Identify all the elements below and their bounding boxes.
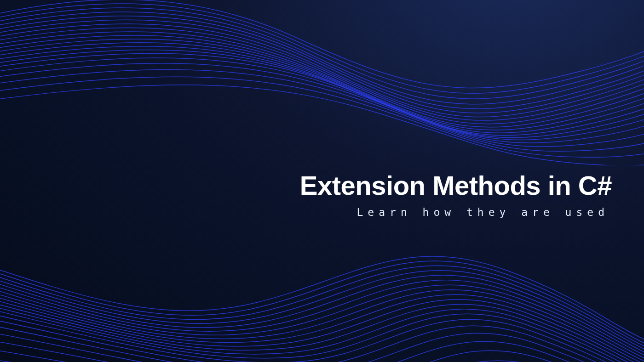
- hero-title: Extension Methods in C#: [300, 170, 612, 201]
- hero-text-block: Extension Methods in C# Learn how they a…: [300, 170, 612, 218]
- hero-banner: Extension Methods in C# Learn how they a…: [0, 0, 644, 362]
- hero-subtitle: Learn how they are used: [300, 206, 609, 218]
- decorative-waves-top: [0, 0, 644, 165]
- decorative-waves-bottom: [0, 206, 644, 362]
